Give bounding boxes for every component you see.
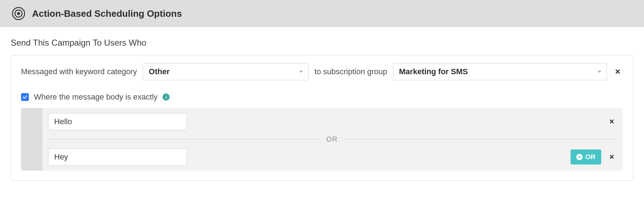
body-match-toggle-row: Where the message body is exactly i <box>21 92 623 102</box>
section-header: Action-Based Scheduling Options <box>0 0 644 27</box>
chevron-down-icon <box>299 71 303 73</box>
drag-handle <box>21 108 42 171</box>
or-divider: OR <box>48 135 616 143</box>
rule-mid-label: to subscription group <box>314 67 387 76</box>
remove-body-rule-button[interactable]: ✕ <box>608 118 616 126</box>
body-match-checkbox[interactable] <box>21 93 29 101</box>
add-or-button[interactable]: + OR <box>571 149 602 164</box>
body-rule-row: + OR ✕ <box>48 148 616 166</box>
subscription-group-value: Marketing for SMS <box>399 67 468 76</box>
svg-point-2 <box>17 12 20 15</box>
add-or-label: OR <box>586 153 596 161</box>
or-label: OR <box>320 135 344 143</box>
content: Send This Campaign To Users Who Messaged… <box>0 27 644 181</box>
section-title: Action-Based Scheduling Options <box>32 8 182 19</box>
target-icon <box>11 6 26 21</box>
subsection-title: Send This Campaign To Users Who <box>11 38 633 48</box>
body-rules-container: ✕ OR + OR ✕ <box>21 108 623 171</box>
message-body-input[interactable] <box>48 113 187 130</box>
chevron-down-icon <box>597 71 602 73</box>
rule-row: Messaged with keyword category Other to … <box>21 63 623 80</box>
body-rules-inner: ✕ OR + OR ✕ <box>42 108 623 171</box>
body-rule-row: ✕ <box>48 113 616 130</box>
remove-body-rule-button[interactable]: ✕ <box>608 153 616 161</box>
body-match-label: Where the message body is exactly <box>34 92 158 102</box>
keyword-category-select[interactable]: Other <box>143 63 309 80</box>
info-icon[interactable]: i <box>163 93 170 101</box>
remove-trigger-button[interactable]: ✕ <box>613 68 623 75</box>
rule-prefix-label: Messaged with keyword category <box>21 67 137 76</box>
plus-icon: + <box>576 154 583 160</box>
keyword-category-value: Other <box>149 67 170 76</box>
subscription-group-select[interactable]: Marketing for SMS <box>393 63 607 80</box>
message-body-input[interactable] <box>48 148 187 166</box>
trigger-rule-card: Messaged with keyword category Other to … <box>11 55 633 181</box>
